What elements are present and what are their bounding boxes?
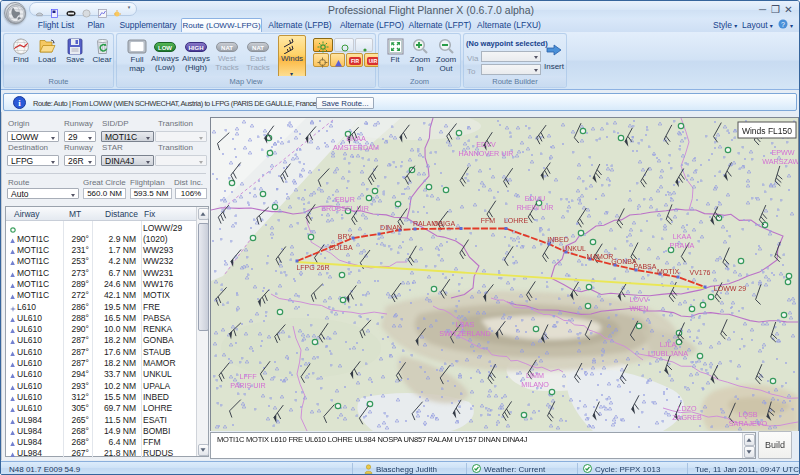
- svg-text:INBED: INBED: [547, 236, 568, 243]
- svg-text:PARIS UIR: PARIS UIR: [230, 381, 265, 390]
- svg-text:MAMOR: MAMOR: [587, 253, 614, 260]
- svg-text:LOHRE: LOHRE: [504, 217, 528, 224]
- svg-text:MILANO: MILANO: [521, 380, 549, 389]
- svg-text:EDVV: EDVV: [476, 140, 496, 149]
- svg-text:FFM: FFM: [481, 217, 496, 224]
- svg-text:LJLA: LJLA: [660, 340, 677, 349]
- svg-text:AMSTERDAM: AMSTERDAM: [333, 143, 379, 152]
- svg-text:SWITZERLAND: SWITZERLAND: [439, 329, 491, 338]
- svg-text:EPWW: EPWW: [771, 148, 794, 157]
- svg-text:LOWW 29: LOWW 29: [714, 285, 746, 292]
- svg-text:SARAJEVO: SARAJEVO: [729, 419, 768, 428]
- svg-text:?: ?: [781, 21, 785, 28]
- svg-text:RHEIN UIR: RHEIN UIR: [517, 203, 554, 212]
- svg-text:Winds FL150: Winds FL150: [742, 126, 792, 136]
- svg-text:EBUR: EBUR: [335, 195, 355, 204]
- svg-text:MOTIX: MOTIX: [657, 268, 679, 275]
- svg-text:ZAGREB: ZAGREB: [672, 413, 702, 422]
- svg-text:LFPG 26R: LFPG 26R: [296, 264, 329, 271]
- svg-text:PABSA: PABSA: [634, 263, 657, 270]
- svg-text:WARSZAWA: WARSZAWA: [762, 157, 798, 166]
- svg-text:BRY: BRY: [338, 233, 353, 240]
- svg-text:EHAA: EHAA: [346, 134, 366, 143]
- svg-text:LDZO: LDZO: [677, 404, 697, 413]
- svg-text:PRAHA: PRAHA: [670, 241, 695, 250]
- svg-text:VV176: VV176: [689, 269, 710, 276]
- svg-text:LFFF: LFFF: [239, 372, 257, 381]
- svg-text:HANNOVER UIR: HANNOVER UIR: [458, 149, 513, 158]
- svg-text:OBIGA: OBIGA: [433, 220, 456, 227]
- svg-text:LIMM: LIMM: [526, 371, 544, 380]
- svg-text:BRUSSEL UIR: BRUSSEL UIR: [321, 204, 369, 213]
- svg-text:LKAA: LKAA: [673, 232, 692, 241]
- svg-text:DINAN: DINAN: [380, 224, 402, 231]
- svg-text:LOVV: LOVV: [629, 295, 648, 304]
- svg-text:LJUBLJANA: LJUBLJANA: [648, 349, 688, 358]
- svg-text:LQSB: LQSB: [738, 410, 757, 419]
- svg-text:UNKUL: UNKUL: [562, 245, 586, 252]
- svg-text:EDUU: EDUU: [525, 194, 545, 203]
- svg-text:SOLBA: SOLBA: [329, 244, 353, 251]
- svg-text:WIEN: WIEN: [630, 304, 649, 313]
- svg-text:LSAS: LSAS: [456, 320, 475, 329]
